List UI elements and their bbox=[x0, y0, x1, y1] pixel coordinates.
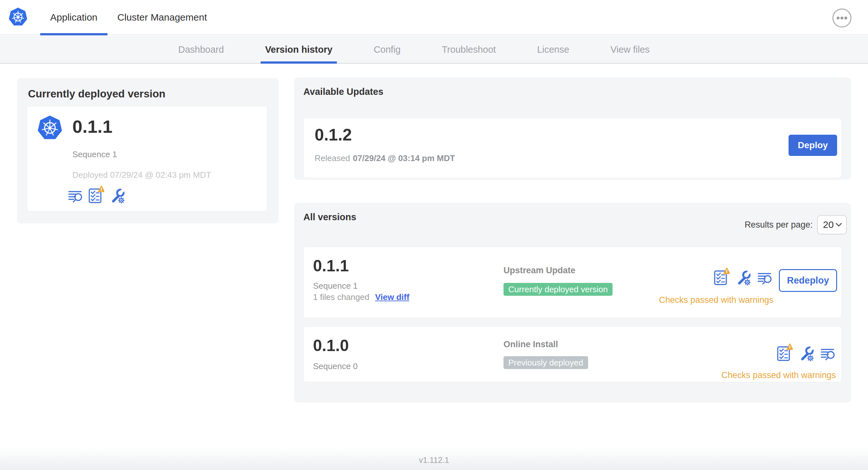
update-version-number: 0.1.2 bbox=[315, 125, 352, 144]
tab-application-label: Application bbox=[50, 12, 97, 23]
tab-view-files[interactable]: View files bbox=[606, 35, 654, 64]
preflight-checks-warning-icon[interactable] bbox=[88, 186, 104, 203]
tab-config-label: Config bbox=[374, 44, 401, 55]
results-per-page-value: 20 bbox=[823, 219, 834, 230]
version-row: 0.1.0 Sequence 0 Online Install Previous… bbox=[303, 326, 842, 382]
ellipsis-icon bbox=[832, 8, 852, 28]
released-label: Released bbox=[315, 153, 350, 163]
released-date: 07/29/24 @ 03:14 pm MDT bbox=[353, 153, 455, 163]
tab-cluster-management[interactable]: Cluster Management bbox=[107, 0, 217, 35]
view-diff-link[interactable]: View diff bbox=[375, 292, 409, 302]
all-versions-title: All versions bbox=[303, 212, 356, 223]
admin-console: Application Cluster Management Dashboard… bbox=[0, 0, 868, 470]
tab-application[interactable]: Application bbox=[40, 0, 107, 35]
tab-dashboard-label: Dashboard bbox=[178, 44, 224, 55]
tab-license[interactable]: License bbox=[532, 35, 574, 64]
kubernetes-logo-icon bbox=[37, 115, 63, 141]
deploy-button[interactable]: Deploy bbox=[788, 135, 837, 156]
row-version-number: 0.1.1 bbox=[313, 257, 349, 275]
version-source-label: Online Install bbox=[503, 339, 558, 349]
tab-license-label: License bbox=[537, 44, 569, 55]
deployed-timestamp: Deployed 07/29/24 @ 02:43 pm MDT bbox=[72, 170, 211, 180]
files-changed-label: 1 files changed bbox=[313, 292, 369, 302]
row-version-number: 0.1.0 bbox=[313, 336, 349, 355]
checks-status: Checks passed with warnings bbox=[721, 370, 836, 380]
results-per-page-label: Results per page: bbox=[744, 220, 813, 230]
deployed-version-card: 0.1.1 Sequence 1 Deployed 07/29/24 @ 02:… bbox=[27, 106, 267, 211]
version-actions bbox=[714, 267, 772, 286]
tab-config[interactable]: Config bbox=[369, 35, 405, 64]
version-row: 0.1.1 Sequence 1 1 files changed View di… bbox=[303, 246, 842, 318]
header-bar: Application Cluster Management bbox=[0, 0, 868, 35]
edit-config-icon[interactable] bbox=[799, 346, 814, 361]
tab-troubleshoot[interactable]: Troubleshoot bbox=[437, 35, 500, 64]
preflight-checks-warning-icon[interactable] bbox=[777, 343, 793, 361]
available-updates-title: Available Updates bbox=[303, 87, 383, 97]
logs-icon[interactable] bbox=[68, 189, 83, 203]
status-badge: Previously deployed bbox=[503, 356, 588, 369]
deployed-sequence-label: Sequence 1 bbox=[72, 149, 117, 160]
released-line: Released 07/29/24 @ 03:14 pm MDT bbox=[315, 153, 455, 163]
version-source-label: Upstream Update bbox=[503, 266, 576, 275]
row-sequence-label: Sequence 1 bbox=[313, 281, 358, 291]
results-per-page: Results per page: 20 bbox=[744, 215, 847, 234]
row-sequence-label: Sequence 0 bbox=[313, 361, 358, 371]
footer: v1.112.1 bbox=[0, 447, 868, 470]
kubernetes-logo-icon bbox=[8, 7, 28, 27]
app-subnav: Dashboard Version history Config Trouble… bbox=[0, 35, 868, 64]
results-per-page-select[interactable]: 20 bbox=[817, 215, 847, 234]
top-tabs: Application Cluster Management bbox=[40, 0, 217, 35]
version-actions bbox=[777, 343, 835, 361]
tab-troubleshoot-label: Troubleshoot bbox=[442, 44, 496, 55]
deployed-version-number: 0.1.1 bbox=[72, 117, 113, 137]
redeploy-button[interactable]: Redeploy bbox=[779, 269, 837, 292]
ellipsis-menu-button[interactable] bbox=[832, 8, 852, 28]
tab-version-history-label: Version history bbox=[265, 44, 333, 55]
tab-cluster-management-label: Cluster Management bbox=[117, 12, 207, 23]
preflight-checks-warning-icon[interactable] bbox=[714, 267, 730, 286]
console-version: v1.112.1 bbox=[419, 456, 449, 465]
files-changed-line: 1 files changed View diff bbox=[313, 292, 409, 302]
available-updates-card: Available Updates 0.1.2 Released 07/29/2… bbox=[294, 77, 851, 180]
status-badge: Currently deployed version bbox=[503, 283, 613, 296]
edit-config-icon[interactable] bbox=[736, 270, 751, 286]
logs-icon[interactable] bbox=[820, 347, 835, 361]
deployed-version-actions bbox=[68, 186, 125, 203]
update-row: 0.1.2 Released 07/29/24 @ 03:14 pm MDT D… bbox=[303, 118, 842, 178]
checks-status: Checks passed with warnings bbox=[659, 295, 773, 305]
tab-version-history[interactable]: Version history bbox=[260, 35, 337, 64]
currently-deployed-title: Currently deployed version bbox=[28, 88, 165, 100]
edit-config-icon[interactable] bbox=[110, 188, 125, 203]
tab-view-files-label: View files bbox=[610, 44, 650, 55]
chevron-down-icon bbox=[835, 223, 842, 227]
currently-deployed-card: Currently deployed version 0.1.1 Sequenc… bbox=[17, 78, 279, 224]
all-versions-card: All versions Results per page: 20 0.1.1 … bbox=[294, 203, 851, 402]
logs-icon[interactable] bbox=[757, 271, 772, 286]
tab-dashboard[interactable]: Dashboard bbox=[174, 35, 228, 64]
